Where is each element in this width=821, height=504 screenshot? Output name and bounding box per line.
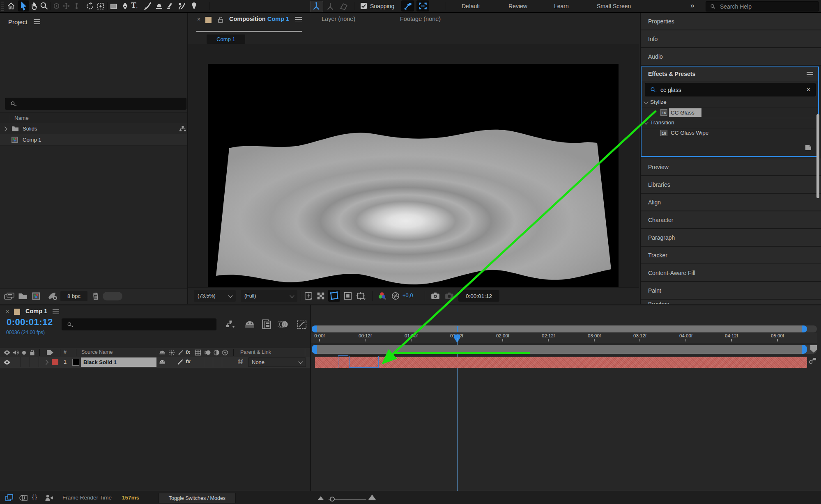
scrollbar-right-cap[interactable] — [802, 325, 807, 332]
3d-layer-column-icon[interactable] — [222, 349, 228, 356]
pen-tool[interactable] — [120, 1, 130, 11]
exposure-value[interactable]: +0,0 — [402, 292, 413, 298]
project-flowchart-pill[interactable] — [103, 292, 122, 300]
project-name-column[interactable]: Name — [14, 115, 29, 121]
effect-item-cc-glass-wipe[interactable]: 16 CC Glass Wipe — [642, 128, 818, 139]
composition-tab[interactable]: × Composition Comp 1 Layer (none) Footag… — [188, 13, 639, 32]
eraser-tool[interactable] — [165, 1, 174, 11]
source-name-column-label[interactable]: Source Name — [81, 349, 113, 355]
workarea-right-cap[interactable] — [802, 345, 807, 354]
roto-brush-tool[interactable] — [177, 1, 186, 11]
project-columns-header[interactable]: Name — [0, 112, 187, 124]
layer-solid-swatch[interactable] — [72, 359, 79, 366]
effects-search-input[interactable] — [660, 86, 807, 94]
unlock-icon[interactable] — [218, 16, 223, 23]
camera-person-icon[interactable] — [44, 494, 54, 502]
audio-icon[interactable] — [12, 349, 19, 356]
workarea-thumb[interactable] — [317, 345, 802, 354]
project-panel-title[interactable]: Project — [8, 18, 28, 25]
breadcrumb[interactable]: Comp 1 — [216, 36, 235, 42]
adjustment-layer-column-icon[interactable] — [213, 349, 220, 356]
properties-panel-header[interactable]: Properties — [641, 13, 821, 30]
layer-expand-chevron[interactable] — [44, 360, 48, 364]
fx-column-icon[interactable]: fx — [186, 349, 191, 355]
zoom-out-frames-icon[interactable] — [318, 496, 324, 500]
view-axis-mode[interactable] — [338, 2, 349, 11]
comp-breadcrumb-chip[interactable]: Comp 1 — [207, 34, 245, 44]
brush-tool[interactable] — [143, 1, 152, 11]
help-search-box[interactable] — [706, 1, 819, 11]
puppet-pin-tool[interactable] — [189, 1, 199, 11]
timeline-search-input[interactable] — [76, 321, 216, 328]
resolution-dropdown[interactable]: (Full) — [241, 290, 297, 302]
transparency-grid-icon[interactable] — [316, 291, 325, 300]
camera-frame-tool[interactable] — [96, 2, 105, 11]
work-area-bar[interactable] — [312, 345, 817, 354]
show-snapshot-icon[interactable] — [444, 291, 454, 300]
timeline-zoom-knob[interactable] — [330, 497, 335, 502]
character-panel-header[interactable]: Character — [641, 211, 821, 229]
layer-shy-icon[interactable] — [159, 359, 166, 365]
preview-panel-header[interactable]: Preview — [641, 158, 821, 176]
scrollbar-thumb[interactable] — [317, 325, 802, 332]
paint-panel-header[interactable]: Paint — [641, 282, 821, 300]
magnification-dropdown[interactable]: (73,5%) — [194, 290, 236, 302]
project-row-solids[interactable]: Solids — [0, 123, 187, 135]
type-tool[interactable]: T, — [131, 1, 137, 10]
graph-editor-icon[interactable] — [297, 319, 307, 330]
clone-stamp-tool[interactable] — [154, 1, 164, 11]
blending-modes-icon[interactable] — [19, 494, 28, 502]
help-search-input[interactable] — [719, 3, 819, 10]
composition-viewer[interactable] — [188, 44, 639, 287]
label-tag-icon[interactable] — [46, 349, 54, 356]
composition-mini-flowchart-icon[interactable] — [226, 320, 236, 328]
project-search-box[interactable] — [5, 98, 186, 110]
composition-tab-name[interactable]: Comp 1 — [267, 16, 289, 22]
trash-icon[interactable] — [92, 292, 99, 300]
parent-dropdown[interactable]: None — [248, 357, 306, 367]
motion-blur-toggle-icon[interactable] — [278, 319, 289, 329]
brushes-panel-header[interactable]: Brushes — [641, 300, 821, 304]
layer-fx-icon[interactable]: fx — [186, 358, 191, 364]
parent-link-column-label[interactable]: Parent & Link — [240, 349, 271, 355]
close-tab-icon[interactable]: × — [6, 308, 9, 315]
shy-toggle-icon[interactable] — [244, 319, 255, 329]
toolbar-drag-handle[interactable] — [1, 2, 4, 11]
flowchart-icon[interactable] — [179, 126, 186, 132]
channels-icon[interactable] — [377, 291, 387, 300]
selection-tool[interactable] — [18, 0, 29, 11]
parent-pickwhip-icon[interactable]: @ — [237, 357, 246, 367]
libraries-panel-header[interactable]: Libraries — [641, 176, 821, 194]
region-of-interest-icon[interactable] — [343, 291, 352, 300]
collapse-transformations-icon[interactable] — [168, 349, 175, 356]
workspace-review[interactable]: Review — [508, 3, 527, 9]
snapping-checkbox[interactable] — [361, 3, 367, 9]
comp-marker-icon[interactable] — [807, 355, 817, 365]
interpret-footage-icon[interactable] — [4, 292, 15, 300]
grid-guides-icon[interactable] — [356, 291, 366, 300]
workarea-left-cap[interactable] — [312, 345, 317, 354]
project-item-label[interactable]: Solids — [23, 126, 37, 132]
panel-menu-icon[interactable] — [295, 17, 302, 21]
new-animation-preset-icon[interactable] — [804, 143, 812, 151]
scrollbar-left-cap[interactable] — [312, 325, 317, 332]
snap-features-button[interactable] — [416, 0, 429, 11]
eye-icon[interactable] — [3, 350, 11, 355]
content-aware-fill-panel-header[interactable]: Content-Aware Fill — [641, 264, 821, 282]
layer-quality-icon[interactable] — [177, 359, 184, 365]
pan-camera-tool[interactable] — [62, 2, 71, 10]
render-engine-icon[interactable] — [47, 292, 58, 301]
shy-column-icon[interactable] — [159, 350, 166, 355]
project-item-label[interactable]: Comp 1 — [23, 137, 41, 143]
comp-canvas[interactable] — [208, 64, 619, 295]
timeline-tab-label[interactable]: Comp 1 — [25, 308, 47, 314]
footage-tab[interactable]: Footage (none) — [400, 16, 441, 22]
rectangle-tool[interactable] — [109, 2, 118, 11]
snapshot-camera-icon[interactable] — [430, 291, 440, 300]
exposure-icon[interactable] — [391, 291, 400, 300]
expand-layers-icon[interactable] — [5, 494, 14, 502]
composition-tab-label[interactable]: Composition — [229, 16, 266, 22]
new-composition-icon[interactable] — [32, 292, 41, 300]
workspace-overflow-chevrons[interactable]: » — [690, 2, 694, 10]
effects-search-box[interactable]: × — [645, 83, 816, 96]
